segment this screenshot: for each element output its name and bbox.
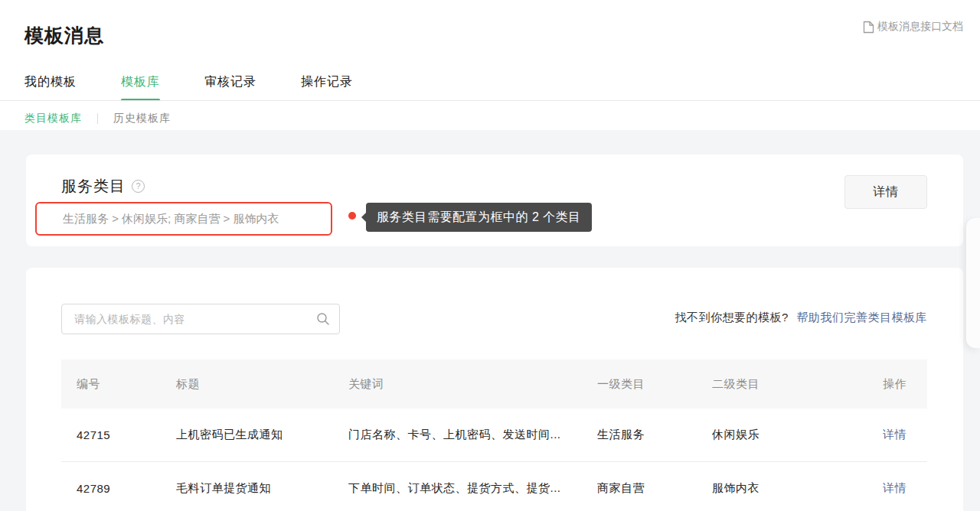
cell-keywords: 门店名称、卡号、上机密码、发送时间... (348, 428, 597, 442)
question-circle-icon[interactable]: ? (132, 180, 145, 193)
annotation-tooltip-text: 服务类目需要配置为框中的 2 个类目 (377, 210, 581, 226)
row-detail-link[interactable]: 详情 (883, 428, 906, 441)
service-category-card: 服务类目 ? 生活服务 > 休闲娱乐; 商家自营 > 服饰内衣 服务类目需要配置… (26, 155, 963, 246)
service-category-value-box: 生活服务 > 休闲娱乐; 商家自营 > 服饰内衣 (35, 202, 332, 236)
tab-operation-records[interactable]: 操作记录 (301, 74, 353, 100)
cell-keywords: 下单时间、订单状态、提货方式、提货... (348, 481, 597, 496)
tab-review-records[interactable]: 审核记录 (204, 74, 256, 100)
cell-id: 42715 (61, 428, 176, 441)
cell-title: 毛料订单提货通知 (176, 481, 348, 496)
tab-template-library[interactable]: 模板库 (121, 74, 160, 100)
service-category-title: 服务类目 (61, 176, 126, 197)
api-doc-link[interactable]: 模板消息接口文档 (863, 20, 963, 34)
header-id: 编号 (61, 377, 176, 392)
improve-library-link[interactable]: 帮助我们完善类目模板库 (797, 311, 928, 324)
table-header-row: 编号 标题 关键词 一级类目 二级类目 操作 (61, 360, 927, 408)
template-search-input[interactable] (62, 304, 339, 334)
floating-side-widget[interactable] (966, 218, 980, 348)
api-doc-link-label: 模板消息接口文档 (877, 20, 963, 34)
header-keywords: 关键词 (348, 377, 597, 392)
header-title: 标题 (176, 377, 348, 392)
main-tabs: 我的模板 模板库 审核记录 操作记录 (24, 74, 353, 100)
annotation-dot (348, 212, 356, 220)
not-found-text: 找不到你想要的模板? (675, 311, 788, 324)
template-search-box (61, 304, 340, 334)
document-icon (863, 21, 874, 34)
category-detail-button[interactable]: 详情 (844, 175, 927, 209)
header-category-2: 二级类目 (712, 377, 883, 392)
service-category-value: 生活服务 > 休闲娱乐; 商家自营 > 服饰内衣 (63, 212, 279, 226)
cell-category-1: 商家自营 (597, 481, 712, 496)
row-detail-link[interactable]: 详情 (883, 481, 906, 494)
cell-category-2: 服饰内衣 (712, 481, 883, 496)
tab-my-templates[interactable]: 我的模板 (24, 74, 77, 100)
cell-title: 上机密码已生成通知 (176, 428, 348, 442)
service-category-title-row: 服务类目 ? (61, 176, 145, 197)
subtab-separator (97, 113, 98, 124)
annotation-tooltip: 服务类目需要配置为框中的 2 个类目 (366, 203, 592, 232)
not-found-hint: 找不到你想要的模板? 帮助我们完善类目模板库 (675, 311, 927, 325)
header-category-1: 一级类目 (597, 377, 712, 392)
table-row: 42789 毛料订单提货通知 下单时间、订单状态、提货方式、提货... 商家自营… (61, 461, 927, 511)
table-row: 42715 上机密码已生成通知 门店名称、卡号、上机密码、发送时间... 生活服… (61, 408, 927, 461)
subtab-category-library[interactable]: 类目模板库 (24, 112, 82, 125)
page-title: 模板消息 (24, 23, 104, 48)
search-icon[interactable] (316, 312, 330, 329)
cell-category-1: 生活服务 (597, 428, 712, 442)
cell-category-2: 休闲娱乐 (712, 428, 883, 442)
header-actions: 操作 (883, 377, 927, 392)
cell-id: 42789 (61, 482, 176, 495)
sub-tabs: 类目模板库 历史模板库 (24, 112, 171, 125)
page-header: 模板消息 模板消息接口文档 我的模板 模板库 审核记录 操作记录 类目模板库 历… (0, 0, 980, 130)
template-table: 编号 标题 关键词 一级类目 二级类目 操作 42715 上机密码已生成通知 门… (61, 360, 927, 511)
subtab-history-library[interactable]: 历史模板库 (113, 112, 171, 125)
template-library-card: 找不到你想要的模板? 帮助我们完善类目模板库 编号 标题 关键词 一级类目 二级… (26, 268, 963, 511)
tabs-divider (0, 100, 980, 101)
